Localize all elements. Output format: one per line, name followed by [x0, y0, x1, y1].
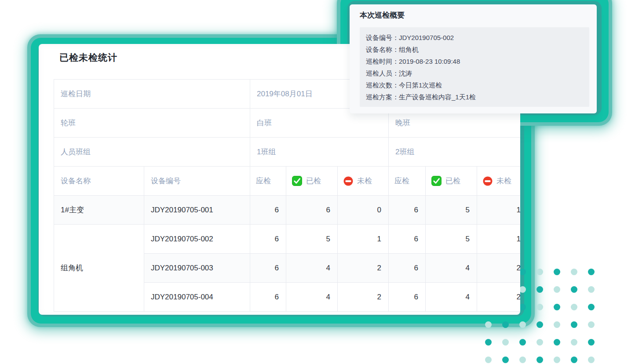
- unchecked-count: 2: [477, 254, 521, 283]
- summary-line-inspection-plan: 巡检方案：生产设备巡检内容_1天1检: [366, 91, 583, 103]
- checked-count: 4: [286, 254, 338, 283]
- required-count: 6: [389, 254, 426, 283]
- device-name-cell: 组角机: [54, 225, 144, 312]
- statistics-table: 巡检日期 2019年08月01日 轮班 白班 晚班 人员班组 1班组 2班组 设…: [54, 79, 520, 312]
- info-label: 巡检日期: [54, 80, 250, 109]
- device-code-cell: JDY20190705-004: [144, 283, 250, 312]
- unchecked-count: 2: [338, 254, 389, 283]
- unchecked-count: 0: [338, 196, 389, 225]
- decorative-dot: [588, 357, 595, 363]
- statistics-table-container: 巡检日期 2019年08月01日 轮班 白班 晚班 人员班组 1班组 2班组 设…: [54, 79, 520, 315]
- checked-count: 5: [286, 225, 338, 254]
- decorative-dot: [588, 304, 595, 310]
- decorative-dot: [554, 321, 560, 328]
- decorative-dot: [554, 269, 560, 275]
- decorative-dot: [554, 357, 560, 363]
- decorative-dot: [588, 269, 595, 275]
- column-header-checked-label: 已检: [445, 176, 460, 186]
- decorative-dot: [519, 357, 526, 363]
- required-count: 6: [389, 225, 426, 254]
- decorative-dot: [571, 321, 577, 328]
- column-header-checked-label: 已检: [306, 176, 321, 186]
- decorative-dot: [571, 269, 577, 275]
- decorative-dot: [536, 304, 543, 310]
- unchecked-count: 2: [338, 283, 389, 312]
- decorative-dot: [571, 286, 577, 293]
- column-header-device-code: 设备编号: [144, 167, 250, 196]
- checked-count: 4: [426, 254, 477, 283]
- summary-title: 本次巡检概要: [360, 10, 405, 20]
- column-header-unchecked-label: 未检: [357, 176, 372, 186]
- decorative-dot: [554, 304, 560, 310]
- unchecked-count: 2: [477, 283, 521, 312]
- required-count: 6: [250, 225, 286, 254]
- column-header-unchecked: 未检: [477, 167, 521, 196]
- unchecked-count: 1: [338, 225, 389, 254]
- device-code-cell: JDY20190705-003: [144, 254, 250, 283]
- checked-count: 6: [286, 196, 338, 225]
- checked-count: 5: [426, 225, 477, 254]
- summary-line-inspection-time: 巡检时间：2019-08-23 10:09:48: [366, 55, 583, 67]
- column-header-unchecked-label: 未检: [496, 176, 511, 186]
- device-code-cell: JDY20190705-002: [144, 225, 250, 254]
- decorative-dot: [571, 304, 577, 310]
- column-header-checked: 已检: [286, 167, 338, 196]
- summary-line-inspection-count: 巡检次数：今日第1次巡检: [366, 79, 583, 91]
- checked-count: 4: [286, 283, 338, 312]
- required-count: 6: [389, 196, 426, 225]
- page-title: 已检未检统计: [59, 51, 117, 64]
- device-code-cell: JDY20190705-001: [144, 196, 250, 225]
- decorative-dot: [485, 339, 492, 346]
- decorative-dot: [588, 321, 595, 328]
- info-label: 轮班: [54, 109, 250, 138]
- summary-line-inspector: 巡检人员：沈涛: [366, 67, 583, 79]
- info-value: 1班组: [250, 138, 389, 167]
- info-value: 2班组: [389, 138, 521, 167]
- column-header-required: 应检: [250, 167, 286, 196]
- decorative-dot: [536, 357, 543, 363]
- column-header-device-name: 设备名称: [54, 167, 144, 196]
- checked-icon: [431, 176, 442, 186]
- info-row-team: 人员班组 1班组 2班组: [54, 138, 521, 167]
- column-header-required: 应检: [389, 167, 426, 196]
- summary-line-device-code: 设备编号：JDY20190705-002: [366, 32, 583, 44]
- required-count: 6: [250, 283, 286, 312]
- unchecked-count: 1: [477, 196, 521, 225]
- decorative-dot: [485, 357, 492, 363]
- info-label: 人员班组: [54, 138, 250, 167]
- decorative-dot: [519, 339, 526, 346]
- decorative-dot: [502, 357, 509, 363]
- decorative-dot: [536, 286, 543, 293]
- decorative-dot: [571, 339, 577, 346]
- checked-count: 5: [426, 196, 477, 225]
- required-count: 6: [389, 283, 426, 312]
- decorative-dot: [588, 286, 595, 293]
- device-table-header-row: 设备名称 设备编号 应检 已检: [54, 167, 521, 196]
- required-count: 6: [250, 196, 286, 225]
- decorative-dot: [536, 269, 543, 275]
- column-header-checked: 已检: [426, 167, 477, 196]
- checked-count: 4: [426, 283, 477, 312]
- unchecked-icon: [343, 176, 353, 186]
- unchecked-icon: [483, 176, 493, 186]
- decorative-dot: [588, 339, 595, 346]
- decorative-dot: [536, 339, 543, 346]
- required-count: 6: [250, 254, 286, 283]
- decorative-dot: [502, 339, 509, 346]
- checked-icon: [292, 176, 302, 186]
- decorative-dot: [554, 339, 560, 346]
- device-name-cell: 1#主变: [54, 196, 144, 225]
- unchecked-count: 1: [477, 225, 521, 254]
- inspection-summary-card: 本次巡检概要 设备编号：JDY20190705-002 设备名称：组角机 巡检时…: [350, 4, 597, 113]
- decorative-dot: [536, 321, 543, 328]
- table-row: 1#主变 JDY20190705-001 6 6 0 6 5 1: [54, 196, 521, 225]
- decorative-dot: [554, 286, 560, 293]
- screen: 已检未检统计 巡检日期 2019年08月01日 轮班 白班 晚班: [0, 0, 635, 364]
- table-row: 组角机 JDY20190705-002 6 5 1 6 5 1: [54, 225, 521, 254]
- decorative-dot: [571, 357, 577, 363]
- summary-line-device-name: 设备名称：组角机: [366, 44, 583, 55]
- column-header-unchecked: 未检: [338, 167, 389, 196]
- summary-panel: 设备编号：JDY20190705-002 设备名称：组角机 巡检时间：2019-…: [360, 27, 589, 107]
